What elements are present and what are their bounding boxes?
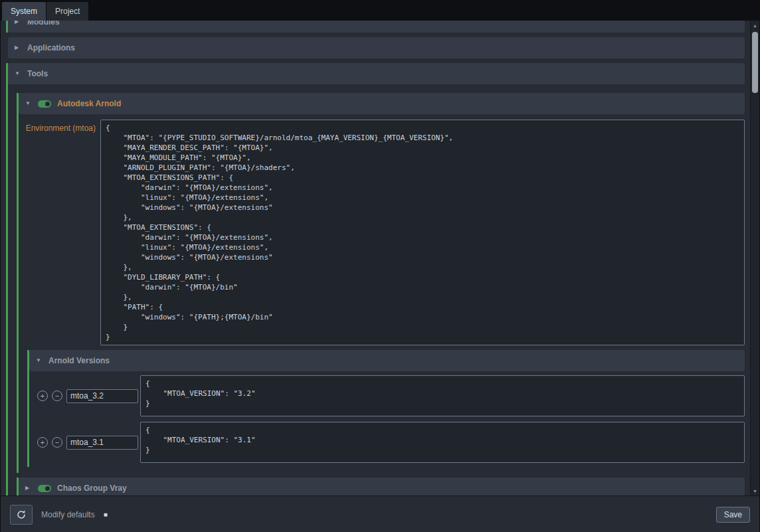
settings-scroll-area: ▶ Modules ▶ Applications ▼ Tools: [1, 21, 750, 495]
scrollbar-down-button[interactable]: ▼: [751, 486, 759, 495]
toggle-knob: [45, 102, 50, 106]
group-header-autodesk-arnold[interactable]: ▼ Autodesk Arnold: [19, 93, 745, 114]
chevron-down-icon: ▼: [36, 358, 43, 363]
tab-bar: System Project: [1, 1, 759, 21]
add-item-button[interactable]: +: [37, 391, 48, 401]
save-button[interactable]: Save: [716, 507, 750, 523]
group-autodesk-arnold: ▼ Autodesk Arnold Environment (mtoa) { "…: [17, 93, 745, 473]
remove-item-button[interactable]: −: [52, 391, 62, 401]
section-label-modules: Modules: [27, 21, 60, 27]
group-label-autodesk-arnold: Autodesk Arnold: [57, 99, 121, 108]
settings-content: ▶ Modules ▶ Applications ▼ Tools: [1, 21, 759, 495]
environment-field-row: Environment (mtoa) { "MTOA": "{PYPE_STUD…: [19, 120, 745, 345]
tab-project[interactable]: Project: [47, 2, 88, 21]
vray-enabled-toggle[interactable]: [38, 485, 51, 492]
arnold-enabled-toggle[interactable]: [38, 100, 51, 108]
scrollbar-thumb[interactable]: [752, 32, 758, 93]
version-key-input[interactable]: [66, 436, 138, 450]
section-header-modules[interactable]: ▶ Modules: [8, 21, 745, 33]
add-item-button[interactable]: +: [37, 437, 48, 448]
group-chaos-group-vray: ▶ Chaos Group Vray: [17, 478, 745, 495]
group-header-chaos-group-vray[interactable]: ▶ Chaos Group Vray: [19, 478, 745, 495]
scrollbar-track[interactable]: [751, 30, 759, 486]
environment-json-textarea[interactable]: { "MTOA": "{PYPE_STUDIO_SOFTWARE}/arnold…: [100, 120, 745, 345]
section-header-tools[interactable]: ▼ Tools: [8, 63, 745, 84]
version-json-textarea[interactable]: { "MTOA_VERSION": "3.2" }: [140, 375, 745, 416]
group-arnold-versions: ▼ Arnold Versions + −: [27, 350, 745, 467]
refresh-icon: [16, 509, 27, 520]
tab-system[interactable]: System: [2, 2, 46, 21]
section-label-tools: Tools: [27, 69, 48, 78]
section-applications: ▶ Applications: [6, 37, 745, 58]
modify-defaults-checkbox[interactable]: ■: [104, 511, 108, 518]
version-key-input[interactable]: [66, 389, 138, 403]
group-header-arnold-versions[interactable]: ▼ Arnold Versions: [29, 350, 745, 371]
version-row: + − { "MTOA_VERSION": "3.1" }: [29, 422, 745, 463]
chevron-down-icon: ▼: [15, 71, 21, 76]
scrollbar-up-button[interactable]: ▲: [751, 21, 759, 30]
chevron-down-icon: ▼: [25, 101, 32, 106]
group-label-chaos-group-vray: Chaos Group Vray: [57, 484, 127, 493]
version-row-controls: + −: [29, 436, 140, 450]
vertical-scrollbar[interactable]: ▲ ▼: [750, 21, 759, 495]
settings-app: System Project ▶ Modules ▶ Applications …: [0, 0, 760, 532]
chevron-right-icon: ▶: [15, 45, 21, 50]
section-modules: ▶ Modules: [6, 21, 745, 33]
modify-defaults-label: Modify defaults: [41, 510, 95, 519]
remove-item-button[interactable]: −: [52, 437, 62, 448]
chevron-right-icon: ▶: [15, 21, 21, 25]
section-header-applications[interactable]: ▶ Applications: [8, 37, 745, 58]
version-row-controls: + −: [29, 389, 140, 403]
environment-label: Environment (mtoa): [19, 120, 100, 133]
group-label-arnold-versions: Arnold Versions: [48, 356, 110, 365]
section-tools: ▼ Tools ▼ Autodesk Arnold Environment (m…: [6, 63, 745, 495]
section-label-applications: Applications: [27, 43, 75, 52]
version-row: + − { "MTOA_VERSION": "3.2" }: [29, 375, 745, 416]
chevron-right-icon: ▶: [25, 486, 32, 491]
refresh-button[interactable]: [10, 505, 33, 525]
footer-bar: Modify defaults ■ Save: [1, 495, 759, 532]
version-json-textarea[interactable]: { "MTOA_VERSION": "3.1" }: [140, 422, 745, 463]
toggle-knob: [45, 486, 50, 491]
